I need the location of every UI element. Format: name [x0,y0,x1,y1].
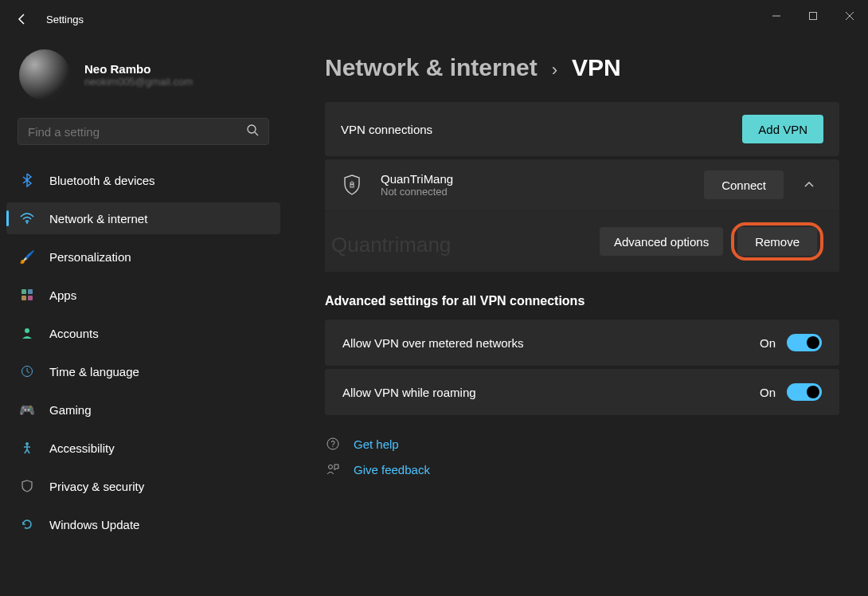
window-controls [758,0,868,32]
vpn-connections-card: VPN connections Add VPN [325,102,839,156]
remove-button[interactable]: Remove [737,227,817,256]
help-links: ? Get help Give feedback [325,436,839,477]
user-profile[interactable]: Neo Rambo neokim005@gmail.com [0,45,287,118]
close-button[interactable] [831,0,868,32]
vpn-shield-icon [341,174,363,196]
svg-line-14 [27,371,29,373]
titlebar: Settings [0,0,868,38]
update-icon [19,516,35,532]
sidebar-item-label: Privacy & security [49,480,144,493]
sidebar-item-label: Accessibility [49,441,115,455]
feedback-label: Give feedback [354,463,430,476]
get-help-link[interactable]: ? Get help [325,436,839,452]
sidebar-item-label: Windows Update [49,518,139,531]
collapse-button[interactable] [795,171,823,199]
svg-point-20 [329,465,333,469]
svg-text:?: ? [330,440,335,449]
breadcrumb-current: VPN [572,54,621,81]
sidebar-item-label: Accounts [49,327,99,340]
svg-rect-1 [810,13,817,20]
chevron-right-icon: › [552,60,557,80]
connection-status: Not connected [381,186,453,198]
sidebar-item-accounts[interactable]: Accounts [6,317,280,349]
feedback-icon [325,461,341,477]
chevron-up-icon [803,179,815,190]
sidebar-item-label: Apps [49,288,76,302]
bluetooth-icon [19,172,35,188]
search-input[interactable] [28,125,246,139]
sidebar-item-time-language[interactable]: Time & language [6,355,280,387]
arrow-left-icon [16,13,29,25]
window-title: Settings [46,14,84,25]
globe-clock-icon [19,363,35,379]
wifi-icon [19,210,35,226]
sidebar-item-gaming[interactable]: 🎮 Gaming [6,394,280,425]
minimize-icon [772,11,781,21]
sidebar-item-label: Time & language [49,365,139,378]
nav-list: Bluetooth & devices Network & internet 🖌… [0,164,287,540]
toggle-vpn-roaming: Allow VPN while roaming On [325,369,839,415]
sidebar-item-label: Network & internet [49,212,147,225]
accessibility-icon [19,440,35,456]
sidebar-item-bluetooth[interactable]: Bluetooth & devices [6,164,280,196]
svg-rect-10 [28,296,33,300]
toggle-state: On [760,386,776,399]
sidebar-item-update[interactable]: Windows Update [6,508,280,540]
advanced-options-button[interactable]: Advanced options [600,227,723,256]
remove-highlight: Remove [731,222,823,261]
apps-icon [19,287,35,303]
sidebar-item-accessibility[interactable]: Accessibility [6,432,280,464]
user-email: neokim005@gmail.com [84,76,193,88]
breadcrumb: Network & internet › VPN [325,54,839,81]
search-box[interactable] [18,118,269,145]
maximize-button[interactable] [795,0,831,32]
search-icon [246,124,259,139]
svg-point-4 [248,125,256,133]
svg-rect-8 [28,289,33,294]
sidebar-item-privacy[interactable]: Privacy & security [6,470,280,502]
vpn-connection-item: QuanTriMang Not connected Connect Quantr… [325,159,839,272]
sidebar-item-label: Bluetooth & devices [49,174,155,187]
svg-line-5 [255,132,258,135]
advanced-section-title: Advanced settings for all VPN connection… [325,294,839,308]
svg-point-6 [26,222,28,223]
sidebar-item-personalization[interactable]: 🖌️ Personalization [6,241,280,273]
toggle-label: Allow VPN while roaming [342,386,476,399]
sidebar-item-label: Personalization [49,250,131,264]
give-feedback-link[interactable]: Give feedback [325,461,839,477]
gamepad-icon: 🎮 [19,402,35,418]
toggle-switch[interactable] [787,383,822,401]
toggle-vpn-metered: Allow VPN over metered networks On [325,320,839,366]
svg-point-15 [25,442,29,445]
toggle-label: Allow VPN over metered networks [342,336,524,350]
toggle-switch[interactable] [787,334,822,351]
toggle-state: On [760,336,776,350]
connect-button[interactable]: Connect [704,171,784,199]
maximize-icon [808,11,818,21]
user-name: Neo Rambo [84,62,193,76]
add-vpn-button[interactable]: Add VPN [742,115,823,143]
content-area: Network & internet › VPN VPN connections… [287,38,868,596]
help-label: Get help [354,437,399,451]
connection-name: QuanTriMang [381,172,453,186]
svg-point-11 [25,328,29,333]
shield-icon [19,478,35,494]
minimize-button[interactable] [758,0,795,32]
sidebar-item-network[interactable]: Network & internet [6,202,280,234]
breadcrumb-parent[interactable]: Network & internet [325,54,538,81]
sidebar-item-apps[interactable]: Apps [6,279,280,311]
sidebar: Neo Rambo neokim005@gmail.com Bluetooth … [0,38,287,596]
vpn-connections-label: VPN connections [341,123,432,136]
watermark: Quantrimang [331,233,451,257]
brush-icon: 🖌️ [19,249,35,265]
avatar [19,49,70,100]
svg-rect-9 [22,296,26,300]
help-icon: ? [325,436,341,452]
close-icon [845,11,854,21]
svg-rect-7 [22,289,26,294]
sidebar-item-label: Gaming [49,403,92,417]
person-icon [19,325,35,341]
back-button[interactable] [13,10,32,29]
